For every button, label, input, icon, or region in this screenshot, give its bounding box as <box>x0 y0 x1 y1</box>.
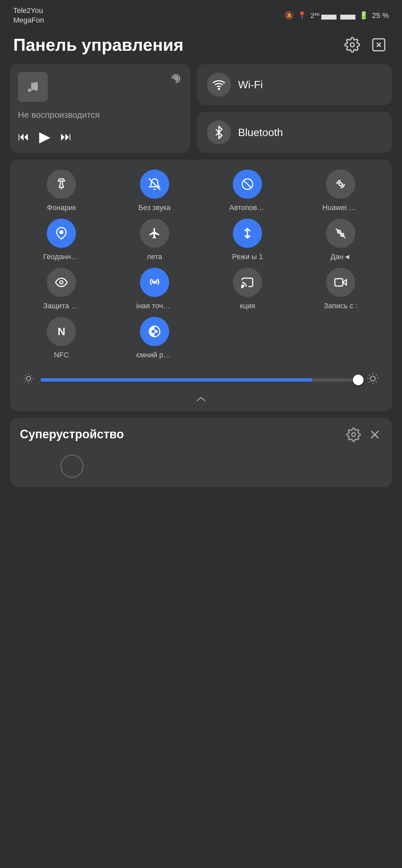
svg-line-32 <box>31 375 32 376</box>
geo-label: Геоданные <box>43 252 80 261</box>
carrier2: MegaFon <box>13 16 44 25</box>
flashlight-label: Фонарик <box>47 204 76 212</box>
right-col: Wi-Fi Bluetooth <box>197 64 392 153</box>
toggle-hotspot[interactable]: іная точка до <box>110 268 200 310</box>
svg-rect-20 <box>335 279 343 286</box>
geo-icon-circle <box>47 219 76 248</box>
flashlight-icon-circle <box>47 169 76 199</box>
svg-line-27 <box>25 375 26 376</box>
media-title: Не воспроизводится <box>18 110 182 120</box>
super-device-icons <box>346 427 382 445</box>
toggle-dark[interactable]: ємний режим <box>110 317 200 359</box>
super-device-close-icon[interactable] <box>368 427 382 445</box>
collapse-arrow[interactable] <box>17 390 385 405</box>
brightness-slider[interactable] <box>40 378 360 381</box>
svg-marker-19 <box>343 280 346 285</box>
autorotate-label: Автоповорот <box>229 204 266 212</box>
toggle-silent[interactable]: Без звука <box>110 169 200 212</box>
super-device-body <box>20 448 124 478</box>
silent-icon-circle <box>140 169 169 199</box>
toggle-grid: Фонарик Без звука <box>17 169 385 359</box>
toggle-nfc[interactable]: N NFC <box>17 317 106 359</box>
record-label: Запись с : <box>324 302 358 310</box>
bluetooth-label: Bluetooth <box>238 126 283 139</box>
media-controls: ⏮ ▶ ⏭ <box>18 128 182 145</box>
carrier-info: Tele2You MegaFon <box>13 6 44 25</box>
svg-line-41 <box>376 375 377 376</box>
wifi-toggle[interactable]: Wi-Fi <box>197 64 392 105</box>
svg-point-5 <box>218 89 219 90</box>
nfc-icon-circle: N <box>47 317 76 346</box>
toggle-geo[interactable]: Геоданные <box>17 219 106 261</box>
status-icons: 🔕 📍 2⁴⁶ ▅▅▅ ▅▅▅ 🔋 25 % <box>285 11 389 20</box>
super-device-settings-icon[interactable] <box>346 427 361 445</box>
wifi-icon-circle <box>207 73 231 97</box>
data-label: Дан◄ <box>330 252 350 261</box>
status-bar: Tele2You MegaFon 🔕 📍 2⁴⁶ ▅▅▅ ▅▅▅ 🔋 25 % <box>0 0 402 28</box>
hotspot-label: іная точка до <box>136 302 173 310</box>
media-play-button[interactable]: ▶ <box>39 128 51 145</box>
svg-point-3 <box>34 88 38 91</box>
dark-icon-circle <box>140 317 169 346</box>
flight-label: лета <box>147 252 162 261</box>
bluetooth-icon-circle <box>207 120 231 144</box>
media-art <box>18 72 48 102</box>
main-panel: Панель управления <box>10 35 392 487</box>
nfc-label: NFC <box>54 351 69 359</box>
svg-line-7 <box>149 179 160 190</box>
svg-point-11 <box>60 230 63 234</box>
svg-line-36 <box>369 375 370 376</box>
battery-icon: 🔋 <box>359 11 368 20</box>
svg-line-40 <box>369 382 370 382</box>
record-icon-circle <box>326 268 355 297</box>
media-card: Не воспроизводится ⏮ ▶ ⏭ <box>10 64 190 153</box>
toggle-regime[interactable]: Режи ы 1 <box>203 219 292 261</box>
vision-icon-circle <box>47 268 76 297</box>
location-icon: 📍 <box>298 11 307 20</box>
panel-header: Панель управления <box>10 35 392 55</box>
toggle-record[interactable]: Запись с : <box>296 268 386 310</box>
svg-point-22 <box>151 330 155 333</box>
svg-point-18 <box>241 286 243 288</box>
panel-header-icons <box>342 35 389 55</box>
quick-panel: Фонарик Без звука <box>10 160 392 411</box>
huawei-share-label: Huawei Shar <box>322 204 359 212</box>
toggle-data[interactable]: Дан◄ <box>296 219 386 261</box>
super-device-panel: Суперустройство <box>10 418 392 487</box>
svg-point-17 <box>154 281 156 283</box>
svg-point-0 <box>350 43 354 47</box>
toggle-flashlight[interactable]: Фонарик <box>17 169 106 212</box>
toggle-flight[interactable]: лета <box>110 219 200 261</box>
dark-label: ємний режим <box>136 351 173 359</box>
svg-point-24 <box>26 377 31 381</box>
regime-icon-circle <box>233 219 262 248</box>
signal-icon: 2⁴⁶ ▅▅▅ <box>310 11 336 20</box>
settings-button[interactable] <box>342 35 362 55</box>
vision-label: Защита зрени <box>43 302 80 310</box>
toggle-autorotate[interactable]: Автоповорот <box>203 169 292 212</box>
media-prev-button[interactable]: ⏮ <box>18 130 29 143</box>
svg-point-10 <box>339 183 342 186</box>
svg-line-37 <box>376 382 377 382</box>
toggle-vision[interactable]: Защита зрени <box>17 268 106 310</box>
svg-point-23 <box>155 330 158 333</box>
battery-percent: 25 % <box>372 11 389 20</box>
mute-icon: 🔕 <box>285 11 293 20</box>
svg-point-2 <box>28 89 31 92</box>
autorotate-icon-circle <box>233 169 262 199</box>
super-device-title: Суперустройство <box>20 427 124 441</box>
toggle-huawei-share[interactable]: Huawei Shar <box>296 169 386 212</box>
data-icon-circle <box>326 219 355 248</box>
cast-icon-circle <box>233 268 262 297</box>
super-device-add-circle[interactable] <box>60 455 84 478</box>
svg-point-33 <box>370 376 375 381</box>
media-next-button[interactable]: ⏭ <box>60 130 72 143</box>
svg-point-4 <box>175 78 177 80</box>
bluetooth-toggle[interactable]: Bluetooth <box>197 112 392 153</box>
brightness-thumb <box>353 375 364 385</box>
svg-line-9 <box>244 181 251 188</box>
svg-point-42 <box>352 433 355 437</box>
edit-button[interactable] <box>369 35 389 55</box>
toggle-cast[interactable]: кция <box>203 268 292 310</box>
svg-line-31 <box>25 381 26 382</box>
